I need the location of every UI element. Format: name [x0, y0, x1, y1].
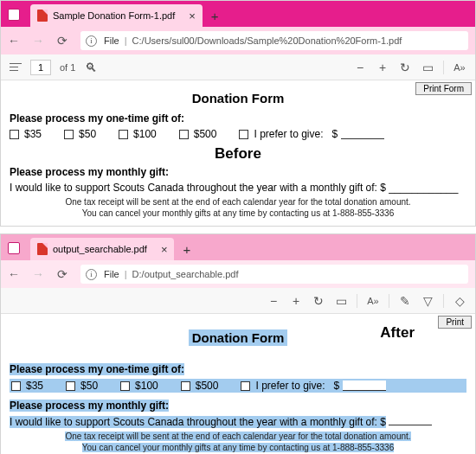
- zoom-out-icon[interactable]: −: [267, 294, 280, 308]
- fineprint-1: One tax receipt will be sent at the end …: [10, 196, 466, 208]
- checkbox[interactable]: [241, 381, 250, 391]
- onetime-prompt: Please process my one-time gift of:: [10, 363, 466, 375]
- onetime-options: $35 $50 $100 $500 I prefer to give: $: [10, 379, 466, 393]
- print-form-button[interactable]: Print Form: [415, 82, 472, 95]
- zoom-out-icon[interactable]: −: [353, 61, 367, 74]
- titlebar: output_searchable.pdf × +: [1, 234, 475, 260]
- fit-page-icon[interactable]: ▭: [334, 294, 348, 308]
- rotate-icon[interactable]: ↻: [312, 294, 325, 308]
- monthly-text: I would like to support Scouts Canada th…: [10, 182, 466, 194]
- url-text: C:/Users/sul00/Downloads/Sample%20Donati…: [132, 35, 402, 46]
- fineprint-1: One tax receipt will be sent at the end …: [10, 431, 466, 442]
- refresh-button[interactable]: ⟳: [56, 34, 68, 48]
- onetime-prompt: Please process my one-time gift of:: [10, 112, 466, 125]
- tab-title: Sample Donation Form-1.pdf: [53, 10, 175, 21]
- refresh-button[interactable]: ⟳: [56, 267, 68, 281]
- checkbox[interactable]: [10, 130, 19, 139]
- amount-blank: [343, 380, 386, 391]
- form-title: Donation Form: [10, 91, 466, 106]
- pdf-toolbar: of 1 🔍︎ − + ↻ ▭ A»: [1, 54, 475, 80]
- close-tab-icon[interactable]: ×: [189, 10, 196, 22]
- info-icon[interactable]: i: [86, 35, 97, 47]
- address-bar[interactable]: i File | D:/output_searchable.pdf: [80, 265, 468, 284]
- divider: |: [125, 269, 127, 279]
- checkbox[interactable]: [181, 381, 190, 391]
- checkbox[interactable]: [64, 130, 74, 139]
- read-aloud-icon[interactable]: A»: [366, 296, 380, 306]
- browser-window-after: output_searchable.pdf × + ← → ⟳ i File |…: [0, 233, 476, 454]
- app-icon: [8, 9, 20, 21]
- zoom-in-icon[interactable]: +: [376, 61, 389, 74]
- contents-icon[interactable]: [10, 63, 22, 72]
- url-text: D:/output_searchable.pdf: [132, 269, 239, 279]
- fit-page-icon[interactable]: ▭: [421, 61, 434, 74]
- pdf-icon: [37, 243, 48, 255]
- browser-tab[interactable]: output_searchable.pdf ×: [30, 238, 174, 260]
- onetime-options: $35 $50 $100 $500 I prefer to give: $: [10, 128, 466, 140]
- back-button[interactable]: ←: [8, 34, 20, 48]
- back-button[interactable]: ←: [8, 267, 20, 281]
- fineprint-2: You can cancel your monthly gifts at any…: [10, 208, 466, 219]
- checkbox[interactable]: [120, 381, 130, 391]
- checkbox[interactable]: [66, 381, 75, 391]
- file-scheme-label: File: [104, 269, 119, 279]
- titlebar: Sample Donation Form-1.pdf × +: [1, 1, 475, 27]
- read-aloud-icon[interactable]: A»: [453, 62, 466, 73]
- app-icon: [8, 242, 20, 254]
- nav-toolbar: ← → ⟳ i File | D:/output_searchable.pdf: [1, 260, 475, 288]
- page-number-input[interactable]: [30, 60, 51, 75]
- search-icon[interactable]: 🔍︎: [84, 61, 98, 74]
- highlight-icon[interactable]: ▽: [421, 294, 434, 308]
- erase-icon[interactable]: ◇: [453, 294, 466, 308]
- new-tab-button[interactable]: +: [211, 9, 219, 23]
- forward-button[interactable]: →: [32, 267, 44, 281]
- pdf-icon: [37, 10, 48, 22]
- rotate-icon[interactable]: ↻: [398, 61, 412, 74]
- monthly-prompt: Please process my monthly gift:: [10, 400, 466, 412]
- amount-blank: [341, 129, 384, 139]
- after-label: After: [380, 324, 415, 342]
- form-title: Donation Form: [189, 329, 288, 346]
- pdf-content: Print Donation Form After Please process…: [1, 314, 475, 454]
- page-count: of 1: [60, 62, 75, 73]
- new-tab-button[interactable]: +: [183, 242, 190, 257]
- before-label: Before: [10, 145, 466, 163]
- close-tab-icon[interactable]: ×: [161, 243, 168, 256]
- zoom-in-icon[interactable]: +: [289, 294, 303, 308]
- checkbox[interactable]: [239, 130, 248, 139]
- divider: |: [125, 35, 127, 46]
- tab-title: output_searchable.pdf: [53, 244, 147, 254]
- checkbox[interactable]: [179, 130, 189, 139]
- pdf-content: Print Form Donation Form Please process …: [1, 80, 475, 226]
- browser-window-before: Sample Donation Form-1.pdf × + ← → ⟳ i F…: [0, 0, 476, 227]
- fineprint-2: You can cancel your monthly gifts at any…: [10, 442, 466, 453]
- info-icon[interactable]: i: [86, 269, 97, 280]
- nav-toolbar: ← → ⟳ i File | C:/Users/sul00/Downloads/…: [1, 27, 475, 54]
- monthly-prompt: Please process my monthly gift:: [10, 166, 466, 178]
- draw-icon[interactable]: ✎: [398, 294, 412, 308]
- browser-tab[interactable]: Sample Donation Form-1.pdf ×: [30, 4, 203, 27]
- file-scheme-label: File: [104, 35, 119, 46]
- monthly-text: I would like to support Scouts Canada th…: [10, 415, 466, 428]
- pdf-toolbar: − + ↻ ▭ A» ✎ ▽ ◇: [1, 288, 475, 314]
- forward-button[interactable]: →: [32, 34, 44, 48]
- address-bar[interactable]: i File | C:/Users/sul00/Downloads/Sample…: [80, 31, 468, 50]
- checkbox[interactable]: [11, 381, 21, 391]
- checkbox[interactable]: [119, 130, 128, 139]
